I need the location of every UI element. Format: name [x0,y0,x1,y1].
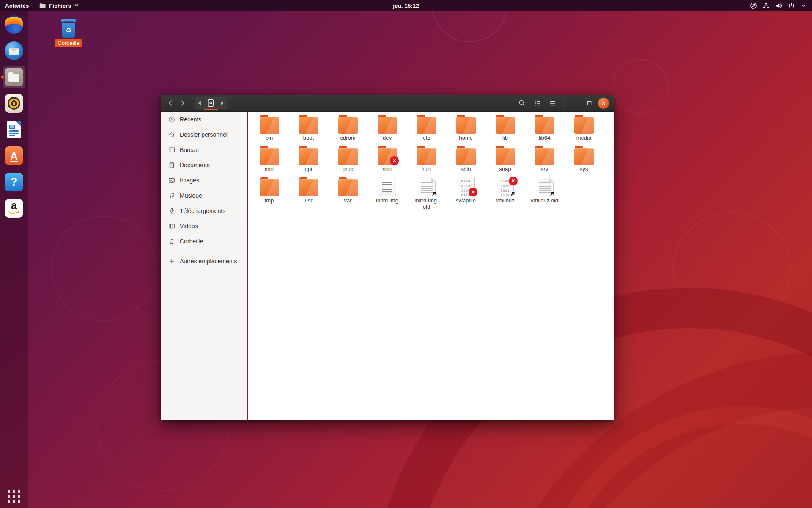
symlink-emblem [549,190,555,196]
sidebar-item-recents[interactable]: Récents [161,112,247,127]
file-icon-wrap [337,146,359,165]
file-item-label: initrd.img.old [414,198,438,210]
file-item-sys[interactable]: sys [564,146,604,177]
sidebar-item-label: Dossier personnel [180,131,228,138]
file-item-swapfile[interactable]: 0100001010010110swapfile [446,177,486,208]
file-item-snap[interactable]: snap [486,146,525,177]
show-apps-button[interactable] [8,490,20,503]
file-item-label: run [422,166,431,173]
dock-item-rhythmbox[interactable] [3,90,25,116]
libreoffice-writer-icon [5,120,23,139]
trash-desktop-icon: ♻ [62,19,75,38]
list-view-button[interactable] [531,97,543,109]
activities-button[interactable]: Activités [0,0,34,11]
images-icon [168,177,175,184]
file-item-lib[interactable]: lib [486,114,525,146]
file-item-media[interactable]: media [564,114,604,146]
documents-icon [168,162,175,168]
maximize-button[interactable] [583,97,595,109]
desktop-icon [168,146,175,153]
file-item-dev[interactable]: dev [368,114,407,146]
trash-lid [61,19,76,22]
file-item-sbin[interactable]: sbin [446,146,486,177]
activities-label: Activités [5,3,29,9]
file-item-tmp[interactable]: tmp [250,177,289,208]
system-status-area[interactable] [744,0,812,11]
sidebar-item-home[interactable]: Dossier personnel [161,127,247,142]
file-item-bin[interactable]: bin [250,114,289,146]
dock-item-libreoffice-writer[interactable] [3,116,25,143]
folder-icon [260,115,279,134]
sidebar-item-images[interactable]: Images [161,173,247,188]
file-item-home[interactable]: home [446,114,486,146]
file-grid: binbootcdromdevetchomeliblib64mediamntop… [248,112,614,208]
file-icon-wrap [534,177,555,196]
file-icon-wrap: 0100001010010110 [455,177,477,196]
app-menu-button[interactable]: Fichiers [34,0,84,11]
drive-harddisk-icon[interactable] [206,98,216,108]
back-button[interactable] [165,97,176,109]
dock-item-firefox[interactable] [3,11,25,38]
file-item-boot[interactable]: boot [289,114,328,146]
file-item-cdrom[interactable]: cdrom [328,114,368,146]
dock-item-files[interactable] [3,64,25,90]
sidebar-item-label: Bureau [180,146,199,153]
file-item-usr[interactable]: usr [289,177,328,208]
folder-icon [260,146,279,165]
sidebar-item-desktop[interactable]: Bureau [161,142,247,157]
menu-button[interactable] [546,97,558,109]
file-item-label: lib64 [539,135,550,141]
file-item-vmlinuz.old[interactable]: vmlinuz.old [525,177,564,208]
search-button[interactable] [516,97,528,109]
desktop-trash-label: Corbeille [55,39,82,47]
sidebar-item-label: Musique [180,192,202,199]
dock-item-thunderbird[interactable] [3,38,25,64]
dock-item-amazon[interactable]: a [3,195,25,221]
minimize-button[interactable] [568,97,580,109]
file-item-label: vmlinuz [496,198,514,204]
sidebar-item-music[interactable]: Musique [161,188,247,203]
sidebar-item-downloads[interactable]: Téléchargements [161,203,247,218]
sidebar-item-other-locations[interactable]: Autres emplacements [161,254,247,269]
chevron-down-icon [74,3,79,9]
file-item-var[interactable]: var [328,177,368,208]
file-item-opt[interactable]: opt [289,146,328,177]
files-icon [5,68,23,86]
sidebar-item-trash[interactable]: Corbeille [161,234,247,249]
clock-button[interactable]: jeu. 15:12 [389,0,423,11]
sidebar-separator [161,251,247,251]
sidebar-item-documents[interactable]: Documents [161,157,247,173]
recent-icon [168,116,175,123]
file-item-label: sbin [461,166,471,173]
file-item-etc[interactable]: etc [407,114,446,146]
sidebar-item-label: Images [180,177,199,184]
forward-button[interactable] [176,97,188,109]
sidebar-item-videos[interactable]: Vidéos [161,218,247,234]
folder-icon [456,115,476,134]
file-item-label: initrd.img [376,198,398,204]
dock-item-ubuntu-software[interactable]: A [3,143,25,169]
file-item-proc[interactable]: proc [328,146,368,177]
file-item-vmlinuz[interactable]: 0100001010010110vmlinuz [486,177,525,208]
dock-item-help[interactable]: ? [3,169,25,195]
sidebar-item-label: Récents [180,116,201,123]
sidebar-item-label: Corbeille [180,238,203,245]
clock-label: jeu. 15:12 [393,3,419,9]
file-item-initrd.img[interactable]: initrd.img [368,177,407,208]
app-menu-label: Fichiers [49,3,71,9]
path-bar[interactable] [195,97,227,109]
desktop-trash[interactable]: ♻ Corbeille [47,19,90,47]
file-item-srv[interactable]: srv [525,146,564,177]
folder-icon [535,146,554,165]
file-item-root[interactable]: root [368,146,407,177]
close-button[interactable] [598,98,609,109]
triangle-left-icon[interactable] [198,101,201,105]
triangle-right-icon[interactable] [220,101,224,105]
wallpaper-circle [613,59,668,114]
file-item-label: lib [502,135,508,141]
symlink-emblem [431,190,437,196]
file-item-lib64[interactable]: lib64 [525,114,564,146]
file-item-run[interactable]: run [407,146,446,177]
file-item-initrd.img.old[interactable]: initrd.img.old [407,177,446,208]
file-item-mnt[interactable]: mnt [250,146,289,177]
